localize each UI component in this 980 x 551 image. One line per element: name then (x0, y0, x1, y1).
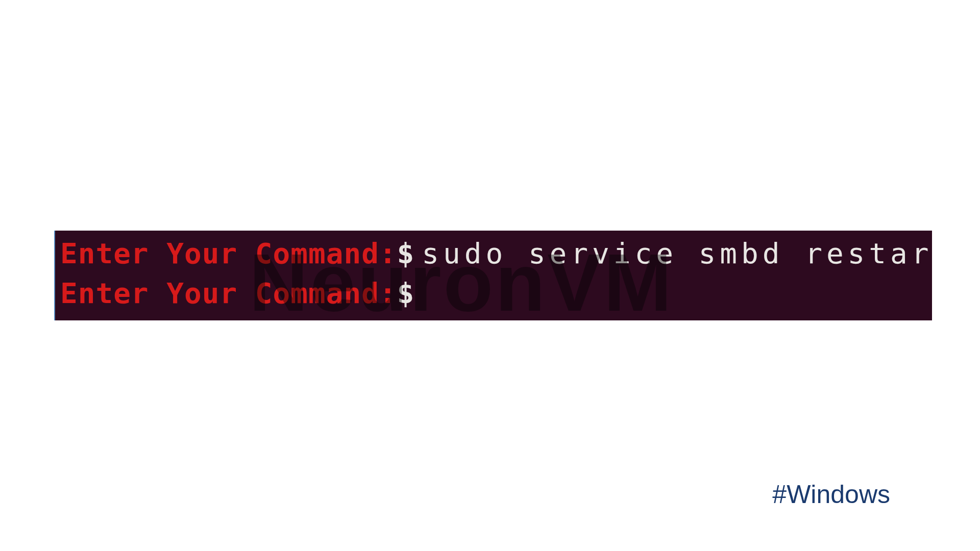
command-text: sudo service smbd restart (422, 237, 932, 270)
prompt-label: Enter Your Command: (60, 277, 397, 310)
prompt-label: Enter Your Command: (60, 237, 397, 270)
prompt-dollar: $ (397, 277, 415, 310)
hashtag-label: #Windows (772, 480, 890, 509)
prompt-dollar: $ (397, 237, 415, 270)
terminal-line: Enter Your Command:$ (60, 273, 932, 313)
terminal-line: Enter Your Command:$sudo service smbd re… (60, 234, 932, 273)
terminal-window[interactable]: NeuronVM Enter Your Command:$sudo servic… (54, 231, 932, 320)
